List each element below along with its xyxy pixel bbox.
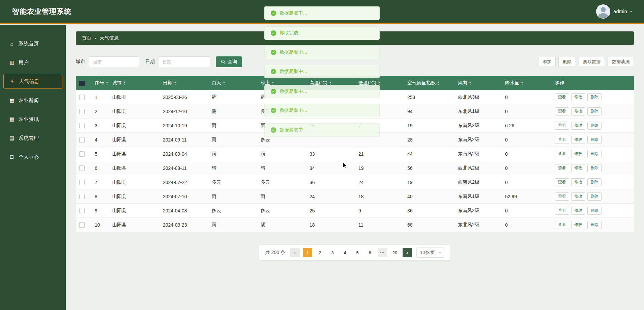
cell-rain: 52.99	[505, 194, 517, 199]
action-delete-button[interactable]: 删除	[587, 93, 602, 101]
action-delete-button[interactable]: 删除	[587, 107, 602, 115]
action-edit-button[interactable]: 修改	[571, 150, 585, 158]
cell-aqi: 19	[407, 123, 413, 128]
page-button-3[interactable]: 3	[328, 248, 337, 257]
sidebar-item-5[interactable]: ▦农业资讯	[3, 112, 62, 127]
cell-date: 2024-04-08	[163, 208, 187, 213]
action-view-button[interactable]: 查看	[555, 122, 569, 130]
cell-day: 晴	[212, 165, 216, 171]
sort-icon[interactable]: ▲▼	[469, 81, 471, 85]
action-delete-button[interactable]: 删除	[587, 207, 602, 215]
sidebar-item-4[interactable]: ▦农业新闻	[3, 93, 62, 108]
action-view-button[interactable]: 查看	[555, 93, 569, 101]
page-button-4[interactable]: 4	[340, 248, 350, 257]
action-edit-button[interactable]: 修改	[571, 207, 585, 215]
sidebar-item-6[interactable]: ▤系统管理	[3, 131, 62, 146]
row-checkbox[interactable]	[79, 109, 85, 114]
sort-up-icon: ▲	[272, 81, 274, 83]
next-page-button[interactable]: >	[403, 248, 412, 257]
date-filter-label: 日期	[145, 59, 155, 65]
action-delete-button[interactable]: 删除	[587, 164, 602, 172]
page-button-6[interactable]: 6	[365, 248, 375, 257]
success-icon: ✓	[271, 30, 276, 36]
action-delete-button[interactable]: 删除	[587, 122, 602, 130]
action-delete-button[interactable]: 删除	[587, 192, 602, 201]
sort-icon[interactable]: ▲▼	[223, 81, 225, 85]
column-header[interactable]: 白天▲▼	[208, 76, 257, 90]
sort-icon[interactable]: ▲▼	[106, 81, 108, 85]
cell-aqi: 36	[407, 208, 413, 213]
search-button[interactable]: 查询	[216, 56, 242, 67]
action-edit-button[interactable]: 修改	[571, 93, 585, 101]
action-view-button[interactable]: 查看	[555, 178, 569, 186]
page-button-2[interactable]: 2	[315, 248, 325, 257]
page-button-5[interactable]: 5	[353, 248, 362, 257]
toast-message: ✓数据爬取中...	[264, 85, 380, 98]
prev-page-button[interactable]: <	[290, 248, 300, 257]
table-toolbar: 添加 删除 爬取数据 数据清洗	[538, 57, 634, 67]
column-header[interactable]: 空气质量指数▲▼	[404, 76, 455, 90]
breadcrumb-dot-icon: ●	[95, 37, 96, 40]
action-edit-button[interactable]: 修改	[571, 192, 585, 201]
add-button[interactable]: 添加	[538, 57, 556, 67]
action-edit-button[interactable]: 修改	[571, 164, 585, 172]
action-edit-button[interactable]: 修改	[571, 122, 585, 130]
sidebar-item-7[interactable]: ⊡个人中心	[3, 150, 62, 164]
column-header[interactable]: 日期▲▼	[159, 76, 208, 90]
date-filter-input[interactable]	[158, 56, 210, 67]
sort-icon[interactable]: ▲▼	[174, 81, 176, 85]
action-edit-button[interactable]: 修改	[571, 221, 585, 229]
user-menu[interactable]: admin ▾	[596, 4, 632, 19]
table-row: 9山阳县2024-04-08多云多云25936东南风2级0查看修改删除	[76, 204, 634, 218]
pagination-ellipsis[interactable]: •••	[378, 248, 387, 257]
action-edit-button[interactable]: 修改	[571, 178, 585, 186]
column-header[interactable]: 城市▲▼	[109, 76, 159, 90]
row-checkbox[interactable]	[79, 95, 85, 100]
action-view-button[interactable]: 查看	[555, 207, 569, 215]
action-view-button[interactable]: 查看	[555, 192, 569, 201]
page-size-select[interactable]: 10条/页 ▾	[416, 248, 444, 258]
column-header-label: 白天	[212, 80, 221, 85]
row-checkbox[interactable]	[79, 180, 85, 185]
select-all-checkbox[interactable]	[79, 81, 85, 86]
delete-button[interactable]: 删除	[558, 57, 576, 67]
crawl-data-button[interactable]: 爬取数据	[579, 57, 605, 67]
breadcrumb-home[interactable]: 首页	[82, 35, 91, 41]
clean-data-button[interactable]: 数据清洗	[608, 57, 634, 67]
action-view-button[interactable]: 查看	[555, 150, 569, 158]
column-header[interactable]: 风向▲▼	[455, 76, 502, 90]
action-delete-button[interactable]: 删除	[587, 221, 602, 229]
action-delete-button[interactable]: 删除	[587, 136, 602, 144]
row-checkbox[interactable]	[79, 208, 85, 213]
page-button-1[interactable]: 1	[303, 248, 312, 257]
column-header[interactable]: 操作	[552, 76, 634, 90]
user-avatar[interactable]	[596, 4, 610, 19]
cell-wind: 东南风2级	[458, 151, 479, 156]
city-filter-input[interactable]	[89, 56, 139, 67]
sort-icon[interactable]: ▲▼	[123, 81, 126, 85]
action-view-button[interactable]: 查看	[555, 107, 569, 115]
column-header[interactable]: 降水量▲▼	[502, 76, 552, 90]
action-delete-button[interactable]: 删除	[587, 150, 602, 158]
action-view-button[interactable]: 查看	[555, 221, 569, 229]
column-header[interactable]: 序号▲▼	[91, 76, 109, 90]
sidebar-item-3[interactable]: ☀天气信息	[3, 74, 62, 89]
row-checkbox[interactable]	[79, 222, 85, 228]
app-title: 智能农业管理系统	[12, 7, 71, 16]
action-view-button[interactable]: 查看	[555, 164, 569, 172]
row-checkbox[interactable]	[79, 165, 85, 171]
sidebar-item-2[interactable]: ▥用户	[3, 55, 62, 70]
row-checkbox[interactable]	[79, 123, 85, 128]
sidebar-item-label: 农业资讯	[19, 116, 39, 123]
action-delete-button[interactable]: 删除	[587, 178, 602, 186]
sort-icon[interactable]: ▲▼	[437, 81, 440, 85]
row-checkbox[interactable]	[79, 194, 85, 199]
action-view-button[interactable]: 查看	[555, 136, 569, 144]
sidebar-item-1[interactable]: ⌂系统首页	[3, 36, 62, 51]
row-checkbox[interactable]	[79, 151, 85, 157]
row-checkbox[interactable]	[79, 137, 85, 143]
sort-icon[interactable]: ▲▼	[521, 81, 523, 85]
action-edit-button[interactable]: 修改	[571, 136, 585, 144]
page-button-last[interactable]: 20	[390, 248, 400, 257]
action-edit-button[interactable]: 修改	[571, 107, 585, 115]
